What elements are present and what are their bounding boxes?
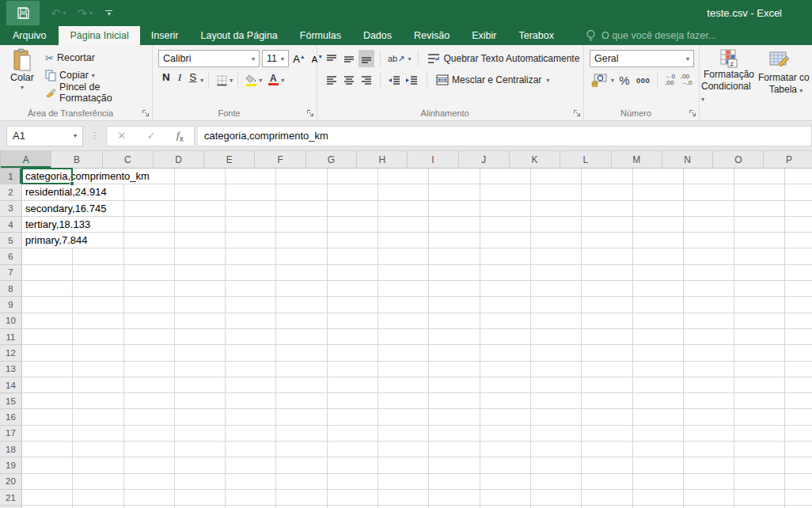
cell-J14[interactable] — [480, 377, 531, 393]
cell-O16[interactable] — [734, 409, 785, 425]
save-button[interactable] — [6, 1, 40, 25]
cell-M1[interactable] — [633, 169, 684, 184]
cell-D10[interactable] — [175, 313, 226, 329]
cell-L5[interactable] — [582, 233, 632, 248]
cell-P12[interactable] — [785, 345, 812, 361]
cell-P10[interactable] — [785, 313, 812, 329]
cell-G10[interactable] — [328, 313, 378, 329]
cell-F7[interactable] — [276, 265, 327, 281]
cell-C7[interactable] — [124, 265, 175, 281]
cell-C12[interactable] — [124, 345, 175, 361]
cell-K5[interactable] — [531, 233, 582, 248]
cell-E19[interactable] — [226, 457, 276, 473]
cell-H14[interactable] — [378, 377, 429, 393]
cell-P7[interactable] — [785, 265, 812, 281]
row-header-13[interactable]: 13 — [0, 362, 22, 377]
cell-L12[interactable] — [582, 345, 632, 361]
cell-J1[interactable] — [480, 169, 531, 184]
align-right-button[interactable] — [359, 71, 374, 89]
cell-G11[interactable] — [328, 329, 378, 345]
align-top-button[interactable] — [324, 50, 340, 67]
increase-font-button[interactable]: A▲ — [291, 50, 307, 67]
row-header-12[interactable]: 12 — [0, 345, 22, 361]
cell-G15[interactable] — [328, 393, 378, 409]
cell-C2[interactable] — [124, 184, 175, 200]
cell-A18[interactable] — [22, 442, 73, 457]
cell-N2[interactable] — [684, 184, 734, 200]
format-as-table-button[interactable]: Formatar co Tabela ▾ — [758, 48, 812, 105]
cell-J3[interactable] — [480, 201, 531, 217]
cell-L4[interactable] — [582, 217, 632, 233]
tab-exibir[interactable]: Exibir — [461, 26, 507, 45]
cell-F20[interactable] — [276, 474, 327, 490]
cell-J15[interactable] — [480, 393, 531, 409]
cell-P21[interactable] — [785, 490, 812, 506]
orientation-button[interactable]: ab↗ — [386, 50, 406, 67]
cell-M9[interactable] — [633, 297, 684, 313]
cell-K19[interactable] — [531, 457, 582, 473]
name-box-dropdown[interactable]: ▾ — [68, 132, 82, 139]
cell-I18[interactable] — [429, 442, 480, 457]
cell-G13[interactable] — [328, 362, 378, 377]
cell-H9[interactable] — [378, 297, 429, 313]
row-header-10[interactable]: 10 — [0, 313, 22, 329]
row-header-1[interactable]: 1 — [0, 169, 22, 184]
cell-E4[interactable] — [226, 217, 276, 233]
cell-C9[interactable] — [124, 297, 175, 313]
row-header-17[interactable]: 17 — [0, 426, 22, 442]
row-header-5[interactable]: 5 — [0, 233, 22, 248]
cell-P15[interactable] — [785, 393, 812, 409]
cell-L15[interactable] — [582, 393, 632, 409]
cell-N4[interactable] — [684, 217, 734, 233]
cell-F2[interactable] — [276, 184, 327, 200]
cell-J8[interactable] — [480, 281, 531, 297]
column-header-J[interactable]: J — [459, 151, 510, 169]
cell-N18[interactable] — [684, 442, 734, 457]
cell-G4[interactable] — [328, 217, 378, 233]
cell-C19[interactable] — [124, 457, 175, 473]
cell-E17[interactable] — [226, 426, 276, 442]
row-header-9[interactable]: 9 — [0, 297, 22, 313]
cell-L17[interactable] — [582, 426, 632, 442]
merge-center-button[interactable]: Mesclar e Centralizar ▾ — [434, 71, 551, 89]
cell-L1[interactable] — [582, 169, 632, 184]
cell-B10[interactable] — [73, 313, 123, 329]
cell-G8[interactable] — [328, 281, 378, 297]
cell-F15[interactable] — [276, 393, 327, 409]
cell-H15[interactable] — [378, 393, 429, 409]
increase-decimal-button[interactable]: ←0,00 — [663, 74, 676, 86]
cell-O17[interactable] — [734, 426, 785, 442]
cell-G14[interactable] — [328, 377, 378, 393]
cell-F16[interactable] — [276, 409, 327, 425]
cell-A3[interactable]: secondary,16.745 — [22, 201, 73, 217]
cell-F4[interactable] — [276, 217, 327, 233]
accounting-format-button[interactable] — [590, 71, 609, 89]
cell-L13[interactable] — [582, 362, 632, 377]
cell-H4[interactable] — [378, 217, 429, 233]
cell-N6[interactable] — [684, 248, 734, 264]
cell-H1[interactable] — [378, 169, 429, 184]
cell-H20[interactable] — [378, 474, 429, 490]
cell-E3[interactable] — [226, 201, 276, 217]
cell-E12[interactable] — [226, 345, 276, 361]
redo-button[interactable]: ↷▾ — [78, 6, 93, 21]
cell-F13[interactable] — [276, 362, 327, 377]
underline-button[interactable]: S — [185, 71, 200, 89]
cell-I4[interactable] — [429, 217, 480, 233]
cell-D6[interactable] — [175, 248, 226, 264]
align-left-button[interactable] — [324, 71, 340, 89]
cell-D8[interactable] — [175, 281, 226, 297]
cell-O14[interactable] — [734, 377, 785, 393]
undo-button[interactable]: ↶▾ — [51, 6, 66, 21]
cell-J16[interactable] — [480, 409, 531, 425]
cell-L21[interactable] — [582, 490, 632, 506]
cell-A14[interactable] — [22, 377, 73, 393]
cell-J2[interactable] — [480, 184, 531, 200]
cell-J11[interactable] — [480, 329, 531, 345]
font-name-combo[interactable]: Calibri▾ — [158, 50, 260, 67]
cell-P4[interactable] — [785, 217, 812, 233]
cell-F1[interactable] — [276, 169, 327, 184]
decrease-indent-button[interactable] — [386, 71, 402, 89]
cell-A4[interactable]: tertiary,18.133 — [22, 217, 73, 233]
cell-H11[interactable] — [378, 329, 429, 345]
